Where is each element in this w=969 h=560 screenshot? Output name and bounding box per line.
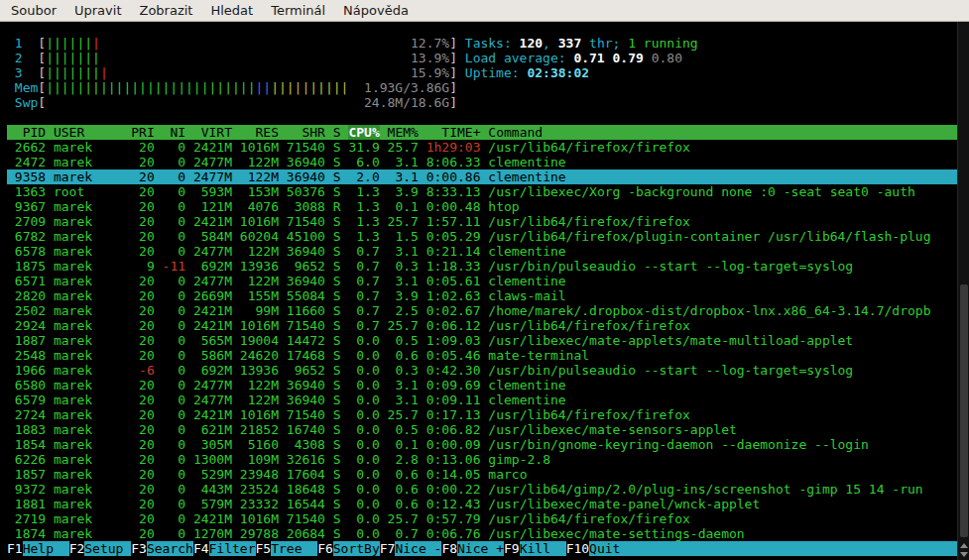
process-row-9358[interactable]: 9358 marek 20 0 2477M 122M 36940 S 2.0 3…: [7, 169, 969, 184]
process-row-6226[interactable]: 6226 marek 20 0 1300M 109M 32616 S 0.0 2…: [7, 452, 969, 467]
cpu1-meter-value: 12.7%: [411, 36, 449, 51]
cpu3-meter-value: 15.9%: [411, 65, 449, 80]
scroll-down-icon[interactable]: [960, 552, 968, 557]
process-row-6580[interactable]: 6580 marek 20 0 2477M 122M 36940 S 0.0 3…: [7, 378, 969, 392]
column-header-user[interactable]: USER: [54, 125, 123, 140]
column-header-time[interactable]: TIME+: [426, 125, 481, 140]
menu-item-hledat[interactable]: Hledat: [201, 1, 262, 20]
memory-meter: Mem[||||||||||||||||||||||||||||||||||||…: [7, 80, 969, 95]
process-row-9367[interactable]: 9367 marek 20 0 121M 4076 3088 R 1.3 0.1…: [7, 199, 969, 214]
process-row-1854[interactable]: 1854 marek 20 0 305M 5160 4308 S 0.0 0.1…: [7, 437, 969, 452]
column-header-pri[interactable]: PRI: [131, 125, 154, 140]
cpu2-meter: 2 [||||||| 13.9%] Load average: 0.71 0.7…: [7, 51, 969, 65]
fn-key-f3[interactable]: F3: [131, 541, 147, 556]
table-header: PID USER PRI NI VIRT RES SHR S CPU% MEM%…: [7, 125, 969, 140]
process-row-2502[interactable]: 2502 marek 20 0 2421M 99M 11660 S 0.7 2.…: [7, 303, 969, 318]
memory-meter-value: 1.93G/3.86G: [364, 80, 449, 95]
fn-label-quit[interactable]: Quit: [589, 541, 636, 556]
process-row-2924[interactable]: 2924 marek 20 0 2421M 1016M 71540 S 0.7 …: [7, 318, 969, 333]
cpu2-meter-label: 2: [15, 51, 38, 65]
cpu2-meter-bar-green: |||||||: [46, 51, 100, 65]
process-row-1883[interactable]: 1883 marek 20 0 621M 21852 16740 S 0.0 0…: [7, 422, 969, 437]
terminal[interactable]: 1 [||||||| 12.7%] Tasks: 120, 337 thr; 1…: [0, 22, 969, 560]
process-row-6782[interactable]: 6782 marek 20 0 584M 60204 45100 S 1.3 1…: [7, 229, 969, 244]
cpu2-meter-value: 13.9%: [411, 51, 449, 65]
swap-meter-label: Swp: [15, 95, 38, 110]
process-row-2724[interactable]: 2724 marek 20 0 2421M 1016M 71540 S 0.0 …: [7, 407, 969, 422]
column-header-virt[interactable]: VIRT: [193, 125, 232, 140]
column-header-pid[interactable]: PID: [7, 125, 46, 140]
function-key-bar: F1Help F2Setup F3SearchF4FilterF5Tree F6…: [7, 541, 969, 556]
scrollbar[interactable]: [957, 22, 969, 560]
memory-meter-bar-blue: ||: [255, 80, 271, 95]
fn-key-f4[interactable]: F4: [193, 541, 209, 556]
fn-bar-filler: [636, 541, 969, 556]
cpu3-meter-bar-red: |: [100, 65, 108, 80]
column-header-shr[interactable]: SHR: [287, 125, 325, 140]
process-row-2709[interactable]: 2709 marek 20 0 2421M 1016M 71540 S 1.3 …: [7, 214, 969, 229]
scroll-up-icon[interactable]: [960, 543, 968, 548]
fn-label-nice+[interactable]: Nice +: [457, 541, 504, 556]
fn-label-tree[interactable]: Tree: [271, 541, 317, 556]
process-row-1857[interactable]: 1857 marek 20 0 529M 23948 17604 S 0.0 0…: [7, 467, 969, 482]
column-header-s[interactable]: S: [333, 125, 341, 140]
swap-meter-value: 24.8M/18.6G: [364, 95, 449, 110]
scrollbar-thumb[interactable]: [960, 284, 968, 537]
column-header-ni[interactable]: NI: [163, 125, 185, 140]
fn-key-f2[interactable]: F2: [69, 541, 85, 556]
cpu3-meter-label: 3: [15, 65, 38, 80]
menu-item-terminal[interactable]: Terminál: [262, 1, 334, 20]
memory-meter-bar-yellow: ||||||||||: [271, 80, 348, 95]
process-row-6579[interactable]: 6579 marek 20 0 2477M 122M 36940 S 0.0 3…: [7, 392, 969, 407]
process-row-2472[interactable]: 2472 marek 20 0 2477M 122M 36940 S 6.0 3…: [7, 155, 969, 169]
fn-label-setup[interactable]: Setup: [84, 541, 131, 556]
process-row-1874[interactable]: 1874 marek 20 0 1270M 29788 20684 S 0.0 …: [7, 526, 969, 541]
fn-label-kill[interactable]: Kill: [520, 541, 566, 556]
fn-label-help[interactable]: Help: [23, 541, 69, 556]
fn-key-f6[interactable]: F6: [317, 541, 333, 556]
menu-item-upravit[interactable]: Upravit: [65, 1, 130, 20]
process-row-2719[interactable]: 2719 marek 20 0 2421M 1016M 71540 S 0.0 …: [7, 511, 969, 526]
fn-key-f10[interactable]: F10: [566, 541, 589, 556]
fn-key-f9[interactable]: F9: [504, 541, 520, 556]
menu-bar: SouborUpravitZobrazitHledatTerminálNápov…: [0, 0, 969, 22]
process-row-9372[interactable]: 9372 marek 20 0 443M 23524 18648 S 0.0 0…: [7, 482, 969, 497]
fn-key-f7[interactable]: F7: [380, 541, 396, 556]
cpu1-meter-bar-red: |: [92, 36, 100, 51]
uptime-summary: Uptime: 02:38:02: [465, 65, 589, 80]
process-row-6571[interactable]: 6571 marek 20 0 2477M 122M 36940 S 0.7 3…: [7, 274, 969, 288]
process-row-1966[interactable]: 1966 marek -6 0 692M 13936 9652 S 0.0 0.…: [7, 363, 969, 378]
swap-meter: Swp[ 24.8M/18.6G]: [7, 95, 969, 110]
fn-label-filter[interactable]: Filter: [209, 541, 256, 556]
process-row-1363[interactable]: 1363 root 20 0 593M 153M 50376 S 1.3 3.9…: [7, 184, 969, 199]
column-header-res[interactable]: RES: [240, 125, 279, 140]
fn-label-nice-[interactable]: Nice -: [395, 541, 441, 556]
process-row-2548[interactable]: 2548 marek 20 0 586M 24620 17468 S 0.0 0…: [7, 348, 969, 363]
process-row-1887[interactable]: 1887 marek 20 0 565M 19004 14472 S 0.0 0…: [7, 333, 969, 348]
memory-meter-label: Mem: [15, 80, 38, 95]
cpu3-meter: 3 [|||||||| 15.9%] Uptime: 02:38:02: [7, 65, 969, 80]
fn-key-f5[interactable]: F5: [256, 541, 272, 556]
cpu3-meter-bar-green: |||||||: [46, 65, 100, 80]
load-average-summary: Load average: 0.71 0.79 0.80: [465, 51, 682, 65]
process-row-2662[interactable]: 2662 marek 20 0 2421M 1016M 71540 S 31.9…: [7, 140, 969, 155]
process-row-1875[interactable]: 1875 marek 9 -11 692M 13936 9652 S 0.7 0…: [7, 259, 969, 274]
memory-meter-bar-green: |||||||||||||||||||||||||||: [46, 80, 255, 95]
menu-item-zobrazit[interactable]: Zobrazit: [130, 1, 201, 20]
process-row-6578[interactable]: 6578 marek 20 0 2477M 122M 36940 S 0.7 3…: [7, 244, 969, 259]
process-row-2820[interactable]: 2820 marek 20 0 2669M 155M 55084 S 0.7 3…: [7, 288, 969, 303]
menu-item-napoveda[interactable]: Nápověda: [334, 1, 418, 20]
fn-label-sortby[interactable]: SortBy: [333, 541, 380, 556]
menu-item-soubor[interactable]: Soubor: [2, 1, 65, 20]
column-header-command[interactable]: Command: [488, 125, 543, 140]
fn-key-f1[interactable]: F1: [7, 541, 23, 556]
process-row-1881[interactable]: 1881 marek 20 0 579M 23332 16544 S 0.0 0…: [7, 497, 969, 511]
fn-label-search[interactable]: Search: [147, 541, 193, 556]
cpu1-meter-bar-green: ||||||: [46, 36, 92, 51]
cpu1-meter: 1 [||||||| 12.7%] Tasks: 120, 337 thr; 1…: [7, 36, 969, 51]
column-header-cpu[interactable]: CPU%: [348, 125, 379, 140]
tasks-summary: Tasks: 120, 337 thr; 1 running: [465, 36, 698, 51]
column-header-mem[interactable]: MEM%: [388, 125, 419, 140]
fn-key-f8[interactable]: F8: [441, 541, 457, 556]
spacer-line: [7, 110, 969, 125]
